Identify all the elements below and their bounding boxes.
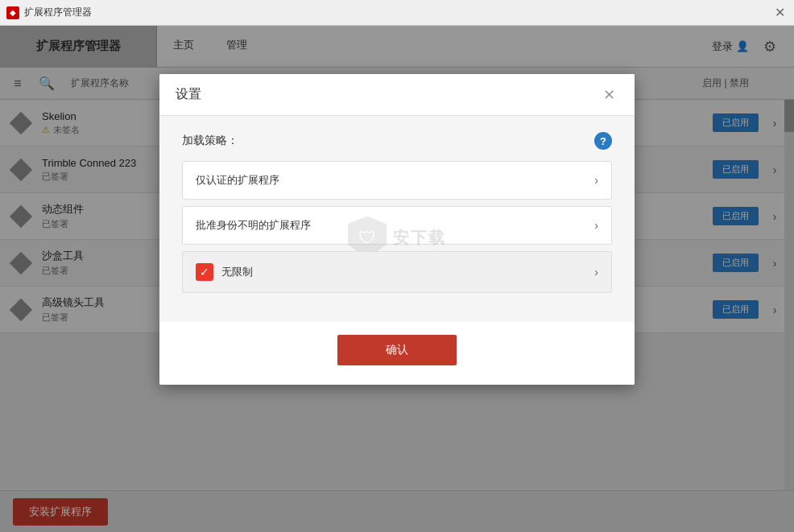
policy-option-inner-1: 仅认证的扩展程序	[196, 173, 594, 188]
title-bar: ◆ 扩展程序管理器 ✕	[0, 0, 794, 26]
section-label: 加载策略：	[182, 134, 238, 148]
app-window: 扩展程序管理器 主页 管理 登录 👤 ⚙ ≡ 🔍 扩展程序名称 启用 | 禁用 …	[0, 26, 794, 532]
settings-dialog: 设置 ✕ 加载策略： ? 仅认证的扩展程序 › 批准身份不明的扩展程序	[159, 74, 635, 385]
window-close-button[interactable]: ✕	[771, 5, 788, 21]
policy-option-inner-3: ✓ 无限制	[196, 263, 594, 281]
dialog-body: 加载策略： ? 仅认证的扩展程序 › 批准身份不明的扩展程序 ›	[159, 116, 635, 322]
dialog-footer: 确认	[159, 322, 635, 385]
policy-option-inner-2: 批准身份不明的扩展程序	[196, 218, 594, 233]
window-title: 扩展程序管理器	[24, 6, 92, 19]
policy-check-icon: ✓	[196, 263, 213, 281]
policy-option-certified[interactable]: 仅认证的扩展程序 ›	[182, 161, 612, 200]
policy-label-3: 无限制	[221, 265, 253, 279]
policy-chevron-2: ›	[594, 219, 598, 232]
policy-label-1: 仅认证的扩展程序	[196, 173, 279, 188]
section-header: 加载策略： ?	[182, 132, 612, 150]
dialog-close-button[interactable]: ✕	[599, 85, 618, 105]
title-bar-left: ◆ 扩展程序管理器	[6, 6, 92, 19]
policy-chevron-3: ›	[594, 266, 598, 278]
policy-option-unlimited[interactable]: ✓ 无限制 ›	[182, 251, 612, 293]
confirm-button[interactable]: 确认	[337, 335, 457, 365]
help-icon[interactable]: ?	[594, 132, 612, 150]
policy-label-2: 批准身份不明的扩展程序	[196, 218, 311, 233]
app-icon: ◆	[6, 6, 19, 19]
policy-chevron-1: ›	[594, 174, 598, 187]
dialog-title: 设置	[176, 86, 201, 103]
policy-option-unidentified[interactable]: 批准身份不明的扩展程序 › 🛡 安下载 xz.com	[182, 206, 612, 245]
modal-overlay: 设置 ✕ 加载策略： ? 仅认证的扩展程序 › 批准身份不明的扩展程序	[0, 26, 794, 532]
dialog-header: 设置 ✕	[159, 74, 635, 116]
